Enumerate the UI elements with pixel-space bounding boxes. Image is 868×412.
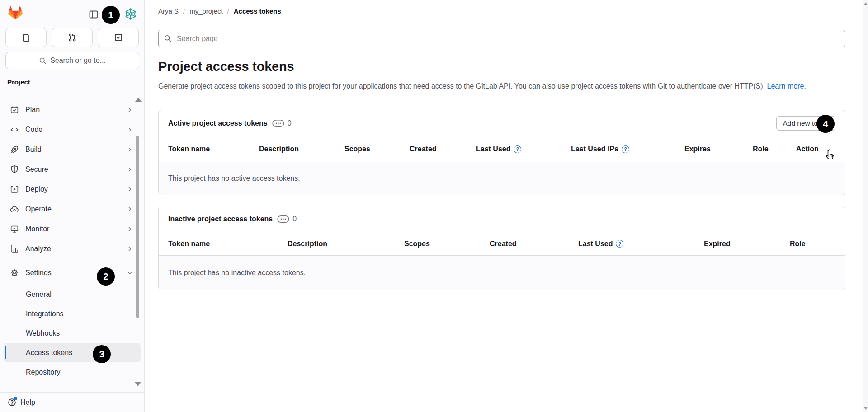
sidebar: Search or go to... Project Plan Code — [0, 0, 145, 412]
column-header: Created — [410, 145, 476, 153]
breadcrumb-current: Access tokens — [234, 7, 281, 15]
sidebar-section-label: Project — [0, 69, 144, 92]
token-pill-icon — [272, 119, 284, 127]
sidebar-subitem-label: Access tokens — [26, 349, 72, 357]
page-search-input[interactable] — [158, 30, 845, 47]
column-header: Last Used IPs? — [571, 145, 684, 153]
breadcrumb-group[interactable]: Arya S — [158, 7, 179, 15]
global-search-button[interactable]: Search or go to... — [5, 52, 139, 69]
chevron-down-icon — [126, 269, 133, 276]
chevron-right-icon — [126, 186, 133, 193]
column-header: Token name — [168, 240, 288, 248]
breadcrumb-separator: / — [183, 7, 185, 15]
active-indicator — [5, 346, 6, 359]
sidebar-item-operate[interactable]: Operate — [4, 199, 141, 219]
page-search — [158, 30, 845, 47]
help-question-icon[interactable]: ? — [514, 145, 521, 153]
token-pill-icon — [277, 215, 289, 223]
breadcrumb-separator: / — [227, 7, 229, 15]
annotation-badge-4: 4 — [816, 115, 835, 133]
merge-request-icon — [67, 33, 77, 42]
sidebar-scroll-up-icon[interactable] — [135, 98, 142, 102]
annotation-badge-1: 1 — [102, 6, 120, 24]
page-description: Generate project access tokens scoped to… — [158, 80, 845, 92]
active-card-header: Active project access tokens 0 Add new t… — [159, 110, 845, 136]
sidebar-item-deploy[interactable]: Deploy — [4, 179, 141, 199]
chevron-right-icon — [126, 166, 133, 173]
sidebar-item-secure[interactable]: Secure — [4, 159, 141, 179]
main-content: Arya S / my_project / Access tokens Proj… — [145, 0, 845, 412]
search-icon — [39, 57, 47, 65]
notification-dot — [14, 397, 17, 400]
help-menu[interactable]: Help — [0, 392, 144, 412]
sidebar-item-label: Build — [25, 145, 126, 154]
column-header: Scopes — [404, 240, 490, 248]
help-question-icon[interactable]: ? — [622, 145, 629, 153]
page-scrollbar[interactable] — [863, 0, 868, 412]
sidebar-item-label: Code — [25, 126, 126, 134]
scroll-down-icon[interactable] — [864, 407, 868, 410]
todo-list-button[interactable] — [98, 28, 139, 47]
shield-icon — [9, 164, 20, 175]
sidebar-item-analyze[interactable]: Analyze — [4, 239, 141, 259]
rocket-icon — [9, 144, 20, 155]
cloud-gear-icon — [9, 204, 20, 215]
sidebar-scrollbar-thumb[interactable] — [136, 136, 139, 318]
sidebar-item-label: Operate — [25, 205, 126, 213]
active-tokens-card: Active project access tokens 0 Add new t… — [158, 110, 845, 195]
sidebar-subitem-general[interactable]: General — [4, 285, 141, 304]
sidebar-item-build[interactable]: Build — [4, 140, 141, 159]
sidebar-subitem-access-tokens[interactable]: Access tokens — [4, 343, 141, 362]
active-card-title: Active project access tokens — [168, 119, 268, 127]
sidebar-subitem-repository[interactable]: Repository — [4, 362, 141, 382]
pinned-shortcuts — [5, 28, 139, 47]
column-header: Token name — [168, 145, 259, 153]
breadcrumb-project[interactable]: my_project — [189, 7, 222, 15]
sidebar-subitem-label: Repository — [26, 368, 60, 376]
sidebar-nav: Plan Code Build — [0, 92, 144, 382]
inactive-tokens-card: Inactive project access tokens 0 Token n… — [158, 206, 845, 290]
sidebar-subitem-webhooks[interactable]: Webhooks — [4, 323, 141, 343]
column-header: Role — [790, 240, 835, 248]
divider — [5, 261, 139, 261]
hand-cursor-icon — [823, 149, 836, 161]
gitlab-tanuki-logo[interactable] — [7, 5, 24, 21]
breadcrumb: Arya S / my_project / Access tokens — [158, 0, 845, 14]
chevron-right-icon — [126, 245, 133, 253]
issues-button[interactable] — [5, 28, 47, 47]
sidebar-item-code[interactable]: Code — [4, 120, 141, 140]
help-question-icon — [7, 398, 17, 407]
column-header: Created — [490, 240, 578, 248]
snowflake-extension-icon[interactable] — [124, 7, 137, 21]
chevron-right-icon — [126, 146, 133, 153]
sidebar-item-label: Analyze — [25, 245, 126, 253]
page-title: Project access tokens — [158, 59, 845, 74]
scroll-up-icon[interactable] — [864, 2, 868, 5]
merge-requests-button[interactable] — [52, 28, 93, 47]
chevron-right-icon — [126, 225, 133, 233]
sidebar-top — [0, 0, 144, 26]
sidebar-toggle-icon[interactable] — [88, 9, 99, 21]
calendar-check-icon — [9, 104, 20, 115]
sidebar-item-plan[interactable]: Plan — [4, 100, 141, 120]
sidebar-subitem-integrations[interactable]: Integrations — [4, 304, 141, 323]
column-header: Last Used? — [476, 145, 571, 153]
column-header: Expired — [704, 240, 790, 248]
active-empty-state: This project has no active access tokens… — [159, 162, 845, 195]
help-label: Help — [20, 398, 35, 407]
chevron-right-icon — [126, 106, 133, 113]
sidebar-item-settings[interactable]: Settings — [4, 263, 141, 283]
inactive-table-header: Token name Description Scopes Created La… — [159, 232, 845, 256]
help-question-icon[interactable]: ? — [616, 240, 623, 248]
learn-more-link[interactable]: Learn more. — [767, 82, 806, 90]
sidebar-item-monitor[interactable]: Monitor — [4, 219, 141, 239]
gear-icon — [9, 267, 20, 278]
code-icon — [9, 124, 20, 135]
chevron-right-icon — [126, 206, 133, 213]
sidebar-scroll-down-icon[interactable] — [135, 382, 141, 386]
chevron-right-icon — [126, 126, 133, 133]
sidebar-subitem-label: General — [26, 290, 52, 299]
description-text: Generate project access tokens scoped to… — [158, 82, 765, 90]
inactive-token-count: 0 — [292, 215, 297, 223]
sidebar-item-label: Plan — [25, 106, 126, 114]
